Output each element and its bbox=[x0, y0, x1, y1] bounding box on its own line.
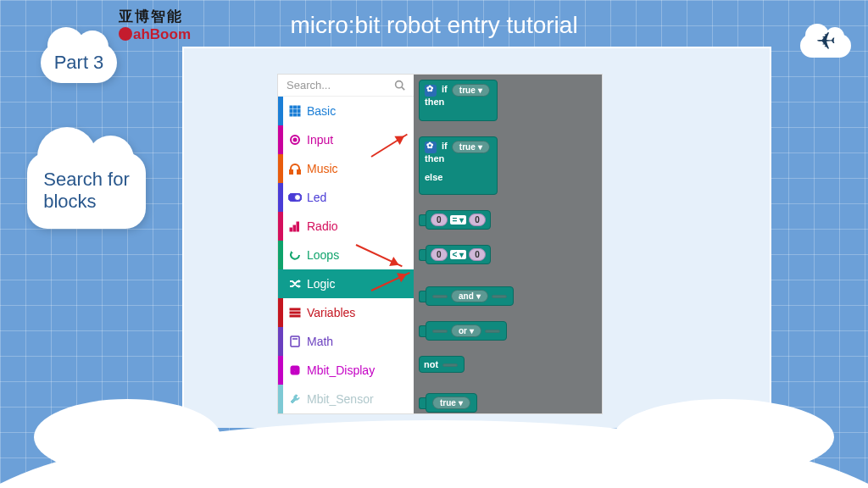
subtitle-badge: Search for blocks bbox=[27, 152, 146, 229]
svg-point-16 bbox=[295, 195, 301, 201]
block-equals[interactable]: 0= ▾0 bbox=[426, 210, 491, 230]
svg-rect-20 bbox=[290, 308, 300, 310]
slot-true[interactable]: true ▾ bbox=[452, 141, 490, 153]
category-label: Basic bbox=[307, 104, 414, 118]
svg-rect-19 bbox=[297, 222, 299, 231]
logo-en: ahBoom bbox=[119, 26, 191, 43]
svg-point-12 bbox=[294, 139, 297, 141]
category-label: Led bbox=[307, 191, 414, 204]
svg-rect-4 bbox=[298, 106, 300, 108]
signal-icon bbox=[283, 220, 307, 232]
block-flyout: if true ▾ then if true ▾ then else 0= ▾0 bbox=[414, 75, 602, 413]
category-label: Variables bbox=[307, 306, 414, 319]
calc-icon bbox=[283, 336, 307, 347]
search-input[interactable]: Search... bbox=[278, 75, 414, 97]
shuffle-icon bbox=[283, 278, 307, 290]
svg-rect-23 bbox=[291, 336, 299, 347]
slot-true[interactable]: true ▾ bbox=[452, 84, 490, 97]
svg-text:Y: Y bbox=[292, 367, 298, 374]
svg-rect-13 bbox=[290, 170, 292, 174]
svg-rect-18 bbox=[293, 225, 296, 231]
svg-rect-5 bbox=[290, 110, 292, 113]
category-label: Mbit_Sensor bbox=[307, 392, 414, 406]
category-label: Music bbox=[307, 162, 414, 175]
category-led[interactable]: Led bbox=[278, 183, 414, 212]
svg-rect-2 bbox=[290, 106, 292, 108]
category-math[interactable]: Math bbox=[278, 327, 414, 356]
block-true[interactable]: true ▾ bbox=[426, 393, 477, 413]
svg-rect-3 bbox=[294, 106, 297, 108]
block-if-then-else[interactable]: if true ▾ then else bbox=[419, 136, 498, 195]
category-music[interactable]: Music bbox=[278, 154, 414, 183]
logo: 亚博智能 ahBoom bbox=[119, 7, 191, 43]
svg-rect-21 bbox=[290, 312, 300, 313]
category-input[interactable]: Input bbox=[278, 125, 414, 154]
category-variables[interactable]: Variables bbox=[278, 298, 414, 327]
category-label: Mbit_Display bbox=[307, 363, 414, 377]
category-logic[interactable]: Logic bbox=[278, 269, 414, 298]
svg-rect-17 bbox=[290, 228, 292, 231]
category-radio[interactable]: Radio bbox=[278, 212, 414, 241]
toggle-icon bbox=[283, 193, 307, 202]
block-and[interactable]: and ▾ bbox=[426, 286, 514, 306]
gear-icon[interactable] bbox=[425, 85, 437, 97]
search-placeholder: Search... bbox=[287, 79, 331, 92]
svg-rect-9 bbox=[294, 114, 297, 116]
footer-text: YahBoom micro:bit video tutorial bbox=[0, 456, 868, 480]
gear-icon[interactable] bbox=[425, 141, 437, 153]
category-mbit_display[interactable]: YMbit_Display bbox=[278, 356, 414, 385]
svg-line-1 bbox=[402, 87, 404, 90]
block-lessthan[interactable]: 0< ▾0 bbox=[426, 245, 491, 264]
logo-cn: 亚博智能 bbox=[119, 7, 191, 26]
svg-rect-14 bbox=[298, 170, 300, 174]
svg-rect-6 bbox=[294, 110, 297, 113]
svg-rect-10 bbox=[298, 114, 300, 116]
refresh-icon bbox=[283, 249, 307, 261]
category-column: Search... BasicInputMusicLedRadioLoopsLo… bbox=[278, 75, 414, 413]
svg-point-0 bbox=[396, 81, 403, 88]
sparkle-icon: Y bbox=[283, 364, 307, 376]
search-icon bbox=[394, 80, 405, 91]
category-basic[interactable]: Basic bbox=[278, 97, 414, 125]
bird-icon: ✈ bbox=[816, 27, 836, 55]
makecode-editor: Search... BasicInputMusicLedRadioLoopsLo… bbox=[278, 75, 602, 413]
category-label: Math bbox=[307, 335, 414, 348]
part-badge: Part 3 bbox=[41, 42, 117, 83]
svg-rect-22 bbox=[290, 315, 300, 317]
wrench-icon bbox=[283, 393, 307, 405]
list-icon bbox=[283, 307, 307, 319]
svg-rect-7 bbox=[298, 110, 300, 113]
grid-icon bbox=[283, 105, 307, 117]
category-mbit_sensor[interactable]: Mbit_Sensor bbox=[278, 385, 414, 413]
category-label: Radio bbox=[307, 219, 414, 233]
block-or[interactable]: or ▾ bbox=[426, 321, 507, 341]
block-if-then[interactable]: if true ▾ then bbox=[419, 80, 498, 121]
block-not[interactable]: not bbox=[419, 356, 465, 373]
svg-rect-8 bbox=[290, 114, 292, 116]
target-icon bbox=[283, 134, 307, 146]
headphones-icon bbox=[283, 163, 307, 175]
